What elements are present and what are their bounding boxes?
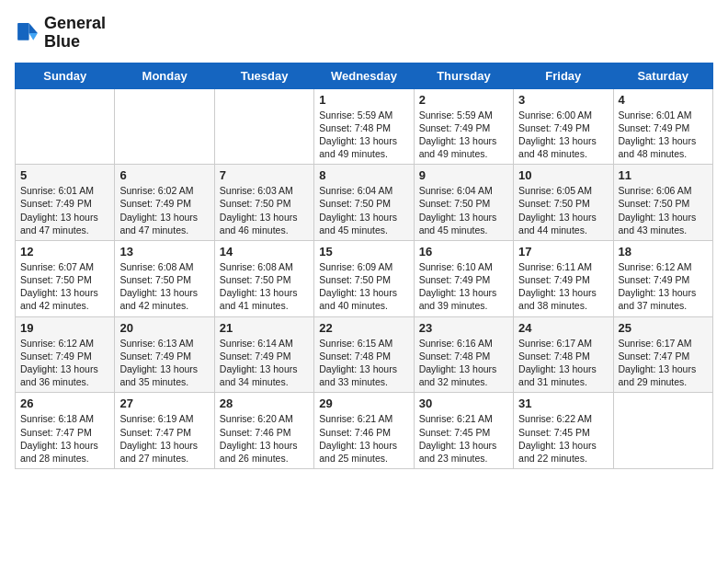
calendar-cell: 11Sunrise: 6:06 AM Sunset: 7:50 PM Dayli… [613, 165, 712, 241]
day-content: Sunrise: 6:17 AM Sunset: 7:48 PM Dayligh… [518, 337, 608, 389]
calendar-cell: 9Sunrise: 6:04 AM Sunset: 7:50 PM Daylig… [414, 165, 513, 241]
calendar-cell: 7Sunrise: 6:03 AM Sunset: 7:50 PM Daylig… [214, 165, 313, 241]
calendar-cell: 21Sunrise: 6:14 AM Sunset: 7:49 PM Dayli… [214, 316, 313, 393]
calendar-cell: 14Sunrise: 6:08 AM Sunset: 7:50 PM Dayli… [214, 240, 313, 316]
calendar-cell: 30Sunrise: 6:21 AM Sunset: 7:45 PM Dayli… [414, 393, 513, 469]
calendar-cell: 4Sunrise: 6:01 AM Sunset: 7:49 PM Daylig… [613, 88, 712, 165]
day-content: Sunrise: 6:12 AM Sunset: 7:49 PM Dayligh… [20, 337, 109, 389]
day-header-tuesday: Tuesday [214, 63, 313, 88]
calendar-cell [613, 393, 712, 469]
day-number: 5 [20, 168, 109, 182]
calendar-cell: 29Sunrise: 6:21 AM Sunset: 7:46 PM Dayli… [314, 393, 414, 469]
day-content: Sunrise: 6:01 AM Sunset: 7:49 PM Dayligh… [20, 184, 109, 236]
day-content: Sunrise: 6:11 AM Sunset: 7:49 PM Dayligh… [518, 260, 608, 313]
calendar-cell: 27Sunrise: 6:19 AM Sunset: 7:47 PM Dayli… [115, 393, 214, 469]
day-number: 20 [119, 321, 209, 335]
logo: General Blue [15, 15, 106, 52]
day-number: 7 [220, 168, 309, 182]
day-content: Sunrise: 5:59 AM Sunset: 7:49 PM Dayligh… [419, 109, 508, 161]
day-content: Sunrise: 6:17 AM Sunset: 7:47 PM Dayligh… [619, 337, 708, 389]
day-content: Sunrise: 6:19 AM Sunset: 7:47 PM Dayligh… [119, 412, 209, 465]
day-content: Sunrise: 6:12 AM Sunset: 7:49 PM Dayligh… [619, 260, 708, 313]
svg-rect-2 [17, 23, 28, 40]
day-number: 9 [419, 168, 508, 182]
day-content: Sunrise: 6:04 AM Sunset: 7:50 PM Dayligh… [319, 184, 408, 236]
day-content: Sunrise: 5:59 AM Sunset: 7:48 PM Dayligh… [319, 109, 408, 161]
day-number: 18 [619, 245, 708, 259]
calendar-week-1: 5Sunrise: 6:01 AM Sunset: 7:49 PM Daylig… [16, 165, 713, 241]
calendar-week-0: 1Sunrise: 5:59 AM Sunset: 7:48 PM Daylig… [16, 88, 713, 165]
day-header-sunday: Sunday [16, 63, 115, 88]
day-content: Sunrise: 6:08 AM Sunset: 7:50 PM Dayligh… [220, 260, 309, 313]
day-content: Sunrise: 6:02 AM Sunset: 7:49 PM Dayligh… [119, 184, 209, 236]
calendar-cell: 1Sunrise: 5:59 AM Sunset: 7:48 PM Daylig… [314, 88, 414, 165]
logo-text-general: General [44, 15, 106, 33]
day-number: 19 [20, 321, 109, 335]
day-content: Sunrise: 6:22 AM Sunset: 7:45 PM Dayligh… [518, 412, 608, 465]
calendar-cell: 17Sunrise: 6:11 AM Sunset: 7:49 PM Dayli… [514, 240, 613, 316]
day-number: 29 [319, 396, 408, 410]
day-content: Sunrise: 6:16 AM Sunset: 7:48 PM Dayligh… [419, 337, 508, 389]
day-content: Sunrise: 6:21 AM Sunset: 7:46 PM Dayligh… [319, 412, 408, 465]
day-content: Sunrise: 6:00 AM Sunset: 7:49 PM Dayligh… [518, 109, 608, 161]
day-header-wednesday: Wednesday [314, 63, 414, 88]
day-content: Sunrise: 6:09 AM Sunset: 7:50 PM Dayligh… [319, 260, 408, 313]
day-number: 28 [220, 396, 309, 410]
day-number: 23 [419, 321, 508, 335]
calendar-week-4: 26Sunrise: 6:18 AM Sunset: 7:47 PM Dayli… [16, 393, 713, 469]
calendar-cell [16, 88, 115, 165]
day-content: Sunrise: 6:15 AM Sunset: 7:48 PM Dayligh… [319, 337, 408, 389]
day-header-monday: Monday [115, 63, 214, 88]
day-number: 27 [119, 396, 209, 410]
calendar-cell [214, 88, 313, 165]
day-content: Sunrise: 6:08 AM Sunset: 7:50 PM Dayligh… [119, 260, 209, 313]
day-content: Sunrise: 6:13 AM Sunset: 7:49 PM Dayligh… [119, 337, 209, 389]
calendar-cell: 5Sunrise: 6:01 AM Sunset: 7:49 PM Daylig… [16, 165, 115, 241]
day-number: 1 [319, 93, 408, 107]
calendar-cell: 8Sunrise: 6:04 AM Sunset: 7:50 PM Daylig… [314, 165, 414, 241]
calendar-cell: 31Sunrise: 6:22 AM Sunset: 7:45 PM Dayli… [514, 393, 613, 469]
day-number: 2 [419, 93, 508, 107]
calendar-cell [115, 88, 214, 165]
logo-text-blue: Blue [44, 33, 106, 52]
day-number: 12 [20, 245, 109, 259]
calendar-cell: 3Sunrise: 6:00 AM Sunset: 7:49 PM Daylig… [514, 88, 613, 165]
day-number: 14 [220, 245, 309, 259]
day-content: Sunrise: 6:07 AM Sunset: 7:50 PM Dayligh… [20, 260, 109, 313]
day-number: 3 [518, 93, 608, 107]
day-header-thursday: Thursday [414, 63, 513, 88]
svg-marker-1 [29, 33, 38, 40]
day-content: Sunrise: 6:05 AM Sunset: 7:50 PM Dayligh… [518, 184, 608, 236]
day-content: Sunrise: 6:14 AM Sunset: 7:49 PM Dayligh… [220, 337, 309, 389]
calendar-header-row: SundayMondayTuesdayWednesdayThursdayFrid… [16, 63, 713, 88]
logo-icon [15, 20, 40, 46]
calendar-table: SundayMondayTuesdayWednesdayThursdayFrid… [15, 63, 713, 469]
calendar-cell: 16Sunrise: 6:10 AM Sunset: 7:49 PM Dayli… [414, 240, 513, 316]
day-number: 13 [119, 245, 209, 259]
calendar-cell: 2Sunrise: 5:59 AM Sunset: 7:49 PM Daylig… [414, 88, 513, 165]
day-number: 25 [619, 321, 708, 335]
page-header: General Blue [15, 15, 713, 52]
day-content: Sunrise: 6:01 AM Sunset: 7:49 PM Dayligh… [619, 109, 708, 161]
day-number: 22 [319, 321, 408, 335]
calendar-cell: 25Sunrise: 6:17 AM Sunset: 7:47 PM Dayli… [613, 316, 712, 393]
day-header-friday: Friday [514, 63, 613, 88]
day-number: 15 [319, 245, 408, 259]
calendar-cell: 23Sunrise: 6:16 AM Sunset: 7:48 PM Dayli… [414, 316, 513, 393]
day-content: Sunrise: 6:04 AM Sunset: 7:50 PM Dayligh… [419, 184, 508, 236]
day-number: 17 [518, 245, 608, 259]
calendar-cell: 15Sunrise: 6:09 AM Sunset: 7:50 PM Dayli… [314, 240, 414, 316]
calendar-cell: 26Sunrise: 6:18 AM Sunset: 7:47 PM Dayli… [16, 393, 115, 469]
calendar-week-2: 12Sunrise: 6:07 AM Sunset: 7:50 PM Dayli… [16, 240, 713, 316]
day-number: 4 [619, 93, 708, 107]
svg-marker-0 [29, 23, 38, 33]
day-content: Sunrise: 6:21 AM Sunset: 7:45 PM Dayligh… [419, 412, 508, 465]
day-number: 21 [220, 321, 309, 335]
day-content: Sunrise: 6:03 AM Sunset: 7:50 PM Dayligh… [220, 184, 309, 236]
day-number: 16 [419, 245, 508, 259]
day-number: 26 [20, 396, 109, 410]
calendar-cell: 12Sunrise: 6:07 AM Sunset: 7:50 PM Dayli… [16, 240, 115, 316]
calendar-cell: 13Sunrise: 6:08 AM Sunset: 7:50 PM Dayli… [115, 240, 214, 316]
day-content: Sunrise: 6:06 AM Sunset: 7:50 PM Dayligh… [619, 184, 708, 236]
day-content: Sunrise: 6:10 AM Sunset: 7:49 PM Dayligh… [419, 260, 508, 313]
